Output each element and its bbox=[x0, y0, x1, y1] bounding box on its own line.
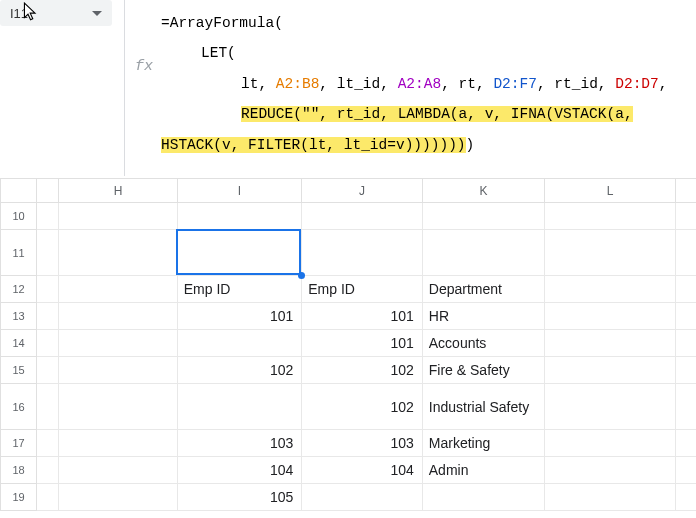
fx-icon: fx bbox=[127, 0, 159, 75]
cell[interactable] bbox=[37, 357, 59, 384]
col-header-edge[interactable] bbox=[675, 179, 696, 203]
col-header-I[interactable]: I bbox=[177, 179, 302, 203]
cell[interactable]: Industrial Safety bbox=[422, 384, 545, 430]
cell[interactable] bbox=[675, 484, 696, 511]
cell[interactable] bbox=[59, 276, 178, 303]
cell[interactable] bbox=[545, 384, 676, 430]
cell[interactable] bbox=[37, 430, 59, 457]
cell[interactable]: 101 bbox=[177, 303, 302, 330]
formula-seg: , rt_id, bbox=[537, 76, 615, 92]
cell[interactable]: HR bbox=[422, 303, 545, 330]
col-header-edge[interactable] bbox=[37, 179, 59, 203]
cell[interactable] bbox=[59, 430, 178, 457]
cell[interactable]: 101 bbox=[302, 303, 423, 330]
cell[interactable]: 104 bbox=[302, 457, 423, 484]
cell[interactable] bbox=[59, 484, 178, 511]
cell[interactable] bbox=[59, 457, 178, 484]
cell[interactable] bbox=[675, 303, 696, 330]
col-header-L[interactable]: L bbox=[545, 179, 676, 203]
row-header-12[interactable]: 12 bbox=[1, 276, 37, 303]
cell[interactable] bbox=[545, 303, 676, 330]
cell[interactable] bbox=[675, 430, 696, 457]
cell[interactable] bbox=[422, 203, 545, 230]
cell[interactable]: Marketing bbox=[422, 430, 545, 457]
cell[interactable] bbox=[675, 203, 696, 230]
cell[interactable] bbox=[59, 303, 178, 330]
cell[interactable] bbox=[302, 484, 423, 511]
cell[interactable] bbox=[177, 384, 302, 430]
row-header-15[interactable]: 15 bbox=[1, 357, 37, 384]
name-box[interactable]: I11 bbox=[0, 0, 112, 26]
cell[interactable] bbox=[59, 230, 178, 276]
cell[interactable] bbox=[422, 484, 545, 511]
formula-bar[interactable]: fx =ArrayFormula( LET( lt, A2:B8, lt_id,… bbox=[124, 0, 696, 176]
formula-seg: ) bbox=[466, 137, 475, 153]
formula-seg: , lt_id, bbox=[319, 76, 397, 92]
formula-seg: , rt, bbox=[441, 76, 493, 92]
cell[interactable]: 102 bbox=[177, 357, 302, 384]
cell[interactable] bbox=[37, 484, 59, 511]
cell[interactable] bbox=[37, 276, 59, 303]
cell[interactable] bbox=[545, 430, 676, 457]
cell[interactable]: Emp ID bbox=[302, 276, 423, 303]
cell[interactable]: Accounts bbox=[422, 330, 545, 357]
cell[interactable]: 102 bbox=[302, 384, 423, 430]
cell[interactable] bbox=[177, 203, 302, 230]
cell[interactable] bbox=[545, 276, 676, 303]
formula-seg: lt, bbox=[241, 76, 276, 92]
cell[interactable] bbox=[177, 230, 302, 276]
cell[interactable] bbox=[37, 457, 59, 484]
cell[interactable] bbox=[545, 457, 676, 484]
row-header-13[interactable]: 13 bbox=[1, 303, 37, 330]
cell[interactable] bbox=[177, 330, 302, 357]
cell[interactable]: 103 bbox=[177, 430, 302, 457]
cell[interactable] bbox=[37, 303, 59, 330]
cell[interactable] bbox=[59, 330, 178, 357]
cell[interactable]: Fire & Safety bbox=[422, 357, 545, 384]
cell[interactable]: Department bbox=[422, 276, 545, 303]
row-header-14[interactable]: 14 bbox=[1, 330, 37, 357]
cell[interactable] bbox=[675, 384, 696, 430]
col-header-K[interactable]: K bbox=[422, 179, 545, 203]
cell[interactable]: 105 bbox=[177, 484, 302, 511]
cell[interactable]: 104 bbox=[177, 457, 302, 484]
cell[interactable]: 101 bbox=[302, 330, 423, 357]
row-header-16[interactable]: 16 bbox=[1, 384, 37, 430]
cell[interactable] bbox=[545, 230, 676, 276]
cell[interactable] bbox=[675, 357, 696, 384]
cell[interactable] bbox=[675, 330, 696, 357]
row-header-11[interactable]: 11 bbox=[1, 230, 37, 276]
row-header-10[interactable]: 10 bbox=[1, 203, 37, 230]
cell[interactable] bbox=[302, 203, 423, 230]
row-header-19[interactable]: 19 bbox=[1, 484, 37, 511]
cell[interactable]: 102 bbox=[302, 357, 423, 384]
spreadsheet-grid[interactable]: HIJKL101112Emp IDEmp IDDepartment1310110… bbox=[0, 178, 696, 511]
cell[interactable] bbox=[37, 230, 59, 276]
cell[interactable] bbox=[675, 457, 696, 484]
cell[interactable] bbox=[59, 357, 178, 384]
col-header-J[interactable]: J bbox=[302, 179, 423, 203]
range-ref: D2:F7 bbox=[493, 76, 537, 92]
cell[interactable]: 103 bbox=[302, 430, 423, 457]
cell[interactable] bbox=[545, 484, 676, 511]
range-ref: D2:D7 bbox=[615, 76, 659, 92]
cell[interactable] bbox=[675, 230, 696, 276]
chevron-down-icon[interactable] bbox=[92, 11, 102, 16]
row-header-18[interactable]: 18 bbox=[1, 457, 37, 484]
cell[interactable]: Admin bbox=[422, 457, 545, 484]
cell[interactable] bbox=[545, 330, 676, 357]
cell[interactable] bbox=[37, 330, 59, 357]
row-header-17[interactable]: 17 bbox=[1, 430, 37, 457]
cell[interactable] bbox=[545, 203, 676, 230]
cell[interactable] bbox=[675, 276, 696, 303]
cell[interactable] bbox=[37, 384, 59, 430]
col-header-H[interactable]: H bbox=[59, 179, 178, 203]
cell[interactable] bbox=[37, 203, 59, 230]
cell[interactable] bbox=[302, 230, 423, 276]
formula-content[interactable]: =ArrayFormula( LET( lt, A2:B8, lt_id, A2… bbox=[159, 0, 677, 166]
cell[interactable] bbox=[545, 357, 676, 384]
cell[interactable] bbox=[59, 203, 178, 230]
cell[interactable]: Emp ID bbox=[177, 276, 302, 303]
cell[interactable] bbox=[422, 230, 545, 276]
cell[interactable] bbox=[59, 384, 178, 430]
